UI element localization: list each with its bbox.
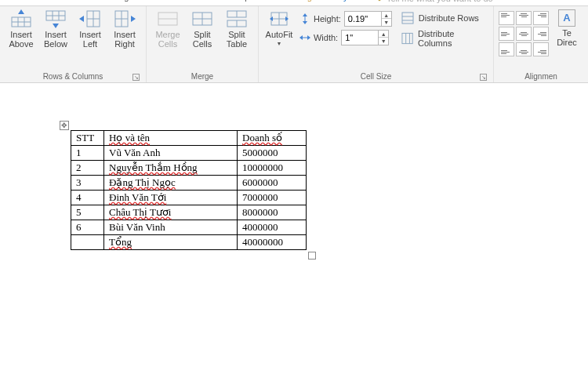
width-icon bbox=[299, 32, 310, 43]
tell-me-placeholder: Tell me what you want to do bbox=[387, 0, 493, 3]
group-label-cell-size: Cell Size bbox=[361, 72, 391, 81]
align-top-right[interactable] bbox=[533, 11, 549, 25]
split-cells-icon bbox=[191, 9, 213, 28]
split-cells-button[interactable]: Split Cells bbox=[186, 8, 219, 50]
table-row[interactable]: 2Nguyễn Thắm Hồng10000000 bbox=[71, 161, 307, 176]
group-label-merge: Merge bbox=[191, 72, 213, 81]
split-table-button[interactable]: Split Table bbox=[220, 8, 253, 50]
table-row[interactable]: 5Châu Thị Tươi8000000 bbox=[71, 205, 307, 220]
table-row[interactable]: 6Bùi Văn Vinh4000000 bbox=[71, 220, 307, 235]
cell-stt[interactable]: 6 bbox=[71, 220, 104, 235]
width-down[interactable]: ▼ bbox=[379, 38, 388, 45]
cell-value[interactable]: 4000000 bbox=[238, 220, 307, 235]
align-bot-center[interactable] bbox=[516, 42, 532, 56]
svg-marker-11 bbox=[53, 24, 59, 28]
insert-above-icon bbox=[10, 9, 32, 28]
width-input[interactable] bbox=[342, 33, 378, 42]
cell-value[interactable]: 7000000 bbox=[238, 191, 307, 205]
tab-table-layout[interactable]: Layout bbox=[332, 0, 361, 3]
cell-name[interactable]: Vũ Văn Anh bbox=[104, 146, 238, 161]
svg-rect-1 bbox=[379, 0, 381, 1]
cell-stt[interactable]: 4 bbox=[71, 191, 104, 205]
table-row[interactable]: 4Đinh Văn Tới7000000 bbox=[71, 191, 307, 205]
cell-value[interactable]: 8000000 bbox=[238, 205, 307, 220]
distribute-columns-button[interactable]: Distribute Columns bbox=[400, 28, 488, 49]
align-top-center[interactable] bbox=[516, 11, 532, 25]
ribbon: Insert Above Insert Below Insert Left In… bbox=[0, 6, 588, 83]
group-label-alignment: Alignmen bbox=[524, 72, 557, 81]
height-up[interactable]: ▲ bbox=[382, 12, 391, 19]
svg-rect-40 bbox=[402, 13, 413, 24]
cell-total-value[interactable]: 40000000 bbox=[238, 235, 307, 250]
insert-above-button[interactable]: Insert Above bbox=[5, 8, 38, 50]
table-row[interactable]: 3Đặng Thị Ngọc6000000 bbox=[71, 176, 307, 191]
text-direction-button[interactable]: A Te Direc bbox=[550, 8, 583, 47]
cell-name[interactable]: Nguyễn Thắm Hồng bbox=[104, 161, 238, 176]
cell-value[interactable]: 6000000 bbox=[238, 176, 307, 191]
tab-view[interactable]: View bbox=[194, 0, 216, 3]
header-stt[interactable]: STT bbox=[71, 131, 104, 146]
svg-marker-38 bbox=[299, 35, 303, 40]
height-label: Height: bbox=[314, 14, 341, 24]
cell-value[interactable]: 10000000 bbox=[238, 161, 307, 176]
height-spinner[interactable]: ▲▼ bbox=[344, 11, 392, 27]
cell-size-dialog-launcher[interactable]: ↘ bbox=[480, 74, 487, 81]
cell-name[interactable]: Bùi Văn Vinh bbox=[104, 220, 238, 235]
insert-right-icon bbox=[114, 9, 136, 28]
distribute-rows-button[interactable]: Distribute Rows bbox=[400, 11, 488, 25]
distribute-rows-icon bbox=[401, 12, 414, 24]
group-alignment: A Te Direc Alignmen bbox=[494, 6, 588, 82]
tab-review[interactable]: Review bbox=[149, 0, 180, 3]
tab-layout-partial[interactable]: out bbox=[9, 0, 24, 3]
cell-stt[interactable]: 2 bbox=[71, 161, 104, 176]
height-input[interactable] bbox=[345, 14, 381, 24]
cell-stt[interactable]: 1 bbox=[71, 146, 104, 161]
insert-below-icon bbox=[45, 9, 67, 28]
table-total-row[interactable]: Tổng40000000 bbox=[71, 235, 307, 250]
table-resize-handle[interactable] bbox=[308, 252, 316, 260]
svg-marker-35 bbox=[303, 13, 307, 16]
data-table[interactable]: STT Họ và tên Doanh số 1Vũ Văn Anh500000… bbox=[71, 130, 307, 250]
height-down[interactable]: ▼ bbox=[382, 19, 391, 26]
cell-total-label[interactable]: Tổng bbox=[104, 235, 238, 250]
cell-name[interactable]: Châu Thị Tươi bbox=[104, 205, 238, 220]
align-mid-right[interactable] bbox=[533, 27, 549, 41]
rows-columns-dialog-launcher[interactable]: ↘ bbox=[132, 74, 140, 81]
cell-value[interactable]: 5000000 bbox=[238, 146, 307, 161]
header-name[interactable]: Họ và tên bbox=[104, 131, 238, 146]
cell-stt[interactable] bbox=[71, 235, 104, 250]
cell-stt[interactable]: 5 bbox=[71, 205, 104, 220]
height-icon bbox=[299, 13, 310, 24]
table-header-row[interactable]: STT Họ và tên Doanh số bbox=[71, 131, 307, 146]
tab-references[interactable]: References bbox=[38, 0, 85, 3]
align-top-left[interactable] bbox=[499, 11, 514, 25]
width-spinner[interactable]: ▲▼ bbox=[341, 30, 389, 45]
ribbon-tabs: out References Mailings Review View Help… bbox=[0, 0, 588, 6]
align-mid-center[interactable] bbox=[516, 27, 532, 41]
align-bot-left[interactable] bbox=[499, 42, 514, 56]
align-mid-left[interactable] bbox=[499, 27, 514, 41]
cell-stt[interactable]: 3 bbox=[71, 176, 104, 191]
insert-below-button[interactable]: Insert Below bbox=[39, 8, 72, 50]
width-label: Width: bbox=[314, 33, 338, 42]
cell-name[interactable]: Đinh Văn Tới bbox=[104, 191, 238, 205]
tell-me-search[interactable]: Tell me what you want to do bbox=[376, 0, 493, 3]
tab-help[interactable]: Help bbox=[230, 0, 252, 3]
table-row[interactable]: 1Vũ Văn Anh5000000 bbox=[71, 146, 307, 161]
tab-mailings[interactable]: Mailings bbox=[100, 0, 135, 3]
autofit-button[interactable]: AutoFit ▼ bbox=[263, 8, 295, 50]
table-move-handle[interactable]: ✥ bbox=[60, 121, 69, 130]
group-merge: Merge Cells Split Cells Split Table Merg… bbox=[147, 6, 259, 82]
split-table-icon bbox=[226, 9, 248, 28]
alignment-grid bbox=[499, 8, 549, 56]
width-up[interactable]: ▲ bbox=[379, 31, 388, 38]
tab-table-design[interactable]: Table Design bbox=[265, 0, 318, 3]
document-area[interactable]: ✥ STT Họ và tên Doanh số 1Vũ Văn Anh5000… bbox=[0, 83, 588, 392]
svg-marker-15 bbox=[79, 16, 84, 22]
cell-name[interactable]: Đặng Thị Ngọc bbox=[104, 176, 238, 191]
insert-left-button[interactable]: Insert Left bbox=[74, 8, 107, 50]
align-bot-right[interactable] bbox=[533, 42, 549, 56]
svg-rect-43 bbox=[402, 33, 412, 43]
insert-right-button[interactable]: Insert Right bbox=[108, 8, 141, 50]
header-value[interactable]: Doanh số bbox=[238, 131, 307, 146]
